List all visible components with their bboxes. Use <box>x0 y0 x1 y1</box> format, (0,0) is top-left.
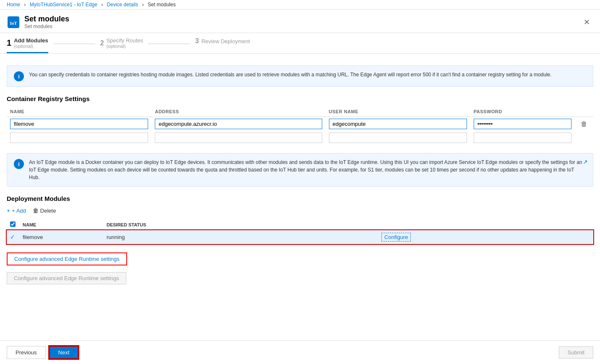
info-icon-1: i <box>14 71 24 81</box>
module-row-filemove: ✓ filemove running Configure <box>7 230 593 244</box>
iot-edge-icon: IoT <box>7 16 20 29</box>
registry-table: NAME ADDRESS USER NAME PASSWORD 🗑 <box>7 107 593 145</box>
registry-delete-1[interactable]: 🗑 <box>578 120 590 129</box>
page-header: IoT Set modules Set modules ✕ <box>0 10 600 33</box>
deployment-actions: + + Add 🗑 Delete <box>7 207 593 214</box>
breadcrumb-iothub[interactable]: MyIoTHubService1 - IoT Edge <box>30 2 97 8</box>
step-2-number: 2 <box>100 39 104 47</box>
step-3-title: Review Deployment <box>201 38 250 44</box>
col-name: NAME <box>7 107 151 117</box>
step-separator-1 <box>53 44 95 44</box>
module-configure-filemove: Configure <box>378 230 593 244</box>
step-3[interactable]: 3 Review Deployment <box>195 37 250 53</box>
deployment-title: Deployment Modules <box>7 195 593 202</box>
delete-module-button[interactable]: 🗑 Delete <box>33 207 56 214</box>
modules-col-check <box>7 219 19 230</box>
close-button[interactable]: ✕ <box>580 16 593 29</box>
registry-username-2[interactable] <box>329 133 467 143</box>
breadcrumb-device[interactable]: Device details <box>107 2 138 8</box>
registry-password-2[interactable] <box>474 133 571 143</box>
breadcrumb: Home › MyIoTHubService1 - IoT Edge › Dev… <box>0 0 600 10</box>
step-1-title: Add Modules <box>14 37 48 44</box>
page-title: Set modules <box>24 15 69 23</box>
page-subtitle: Set modules <box>24 23 69 29</box>
info-text-2: An IoT Edge module is a Docker container… <box>29 159 586 181</box>
add-label: + Add <box>12 208 26 214</box>
registry-password-1[interactable] <box>474 119 571 129</box>
step-1-subtitle: (optional) <box>14 44 48 49</box>
configure-runtime-button[interactable]: Configure advanced Edge Runtime settings <box>7 252 127 265</box>
breadcrumb-home[interactable]: Home <box>7 2 20 8</box>
step-3-number: 3 <box>195 37 199 45</box>
external-link-icon[interactable]: ↗ <box>583 159 588 165</box>
registry-username-1[interactable] <box>329 119 467 129</box>
add-icon: + <box>7 207 10 214</box>
breadcrumb-current: Set modules <box>148 2 176 8</box>
col-password: PASSWORD <box>470 107 575 117</box>
configure-runtime-label-disabled: Configure advanced Edge Runtime settings <box>14 275 119 281</box>
delete-icon: 🗑 <box>33 207 39 214</box>
registry-name-2[interactable] <box>10 133 148 143</box>
modules-header-row: NAME DESIRED STATUS <box>7 219 593 230</box>
col-address: ADDRESS <box>151 107 325 117</box>
add-module-button[interactable]: + + Add <box>7 207 26 214</box>
modules-col-name: NAME <box>19 219 103 230</box>
step-2-title: Specify Routes <box>107 37 143 44</box>
step-2[interactable]: 2 Specify Routes (optional) <box>100 37 143 53</box>
registry-name-1[interactable] <box>10 119 148 129</box>
modules-col-status: DESIRED STATUS <box>103 219 378 230</box>
svg-text:IoT: IoT <box>10 21 17 26</box>
info-icon-2: i <box>14 159 24 169</box>
module-checkbox-filemove: ✓ <box>10 234 15 240</box>
registry-address-1[interactable] <box>155 119 322 129</box>
registry-row-2 <box>7 131 593 145</box>
info-text-1: You can specify credentials to container… <box>29 71 552 78</box>
col-username: USER NAME <box>326 107 470 117</box>
registry-address-2[interactable] <box>155 133 322 143</box>
info-box-1: i You can specify credentials to contain… <box>7 65 593 87</box>
module-name-filemove: filemove <box>19 230 103 244</box>
step-separator-2 <box>148 44 190 44</box>
configure-link-filemove[interactable]: Configure <box>381 233 411 242</box>
steps-container: 1 Add Modules (optional) 2 Specify Route… <box>0 33 600 54</box>
registry-row-1: 🗑 <box>7 117 593 131</box>
configure-runtime-section: Configure advanced Edge Runtime settings… <box>7 252 593 284</box>
configure-runtime-label: Configure advanced Edge Runtime settings <box>14 256 120 262</box>
main-content: i You can specify credentials to contain… <box>0 54 600 314</box>
modules-table: NAME DESIRED STATUS ✓ filemove running C… <box>7 219 593 244</box>
step-1[interactable]: 1 Add Modules (optional) <box>7 37 48 53</box>
modules-col-action <box>378 219 593 230</box>
step-2-subtitle: (optional) <box>107 44 143 49</box>
select-all-checkbox[interactable] <box>10 221 16 227</box>
delete-label: Delete <box>40 208 56 214</box>
registry-section-title: Container Registry Settings <box>7 95 593 102</box>
configure-runtime-button-disabled: Configure advanced Edge Runtime settings <box>7 272 126 284</box>
module-status-filemove: running <box>103 230 378 244</box>
info-box-2: i An IoT Edge module is a Docker contain… <box>7 153 593 187</box>
step-1-number: 1 <box>7 38 11 48</box>
deployment-section: Deployment Modules + + Add 🗑 Delete NAME… <box>7 195 593 244</box>
